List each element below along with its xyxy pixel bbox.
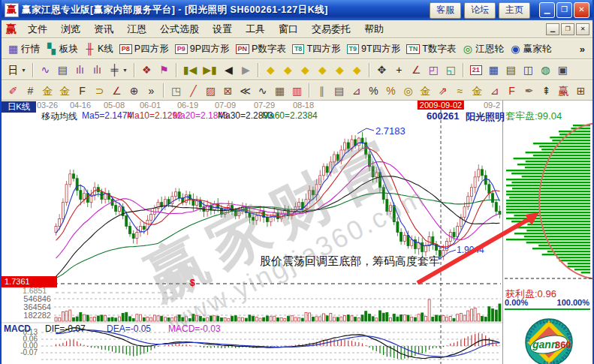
tool-more-tools[interactable]: » bbox=[143, 84, 160, 98]
tool-print[interactable]: ▣ bbox=[554, 63, 571, 77]
tool-winner-wheel[interactable]: ◉赢家轮 bbox=[507, 42, 555, 56]
child-minimize-button[interactable]: ▁ bbox=[546, 23, 559, 35]
first-page-icon: ▮◀ bbox=[183, 64, 197, 76]
title-bar[interactable]: 赢 赢家江恩专业版[赢家内部服务平台] - [阳光照明 SH600261-127… bbox=[2, 0, 592, 20]
titlebar-button-service[interactable]: 客服 bbox=[430, 2, 461, 19]
tool-candle-style[interactable]: ╪▼ bbox=[106, 63, 131, 77]
menu-item-news[interactable]: 资讯 bbox=[87, 21, 120, 38]
menu-item-gann[interactable]: 江恩 bbox=[120, 21, 153, 38]
tool-hatch[interactable]: ∥ bbox=[313, 84, 330, 98]
tool-p-square[interactable]: P8P四方形 bbox=[116, 42, 172, 56]
tool-expand-all[interactable]: ◆ bbox=[331, 63, 348, 77]
tool-compass[interactable]: ⊕ bbox=[125, 84, 143, 98]
tool-small-bars-3[interactable]: ılı bbox=[71, 63, 89, 77]
tool-flag[interactable]: ⚑ bbox=[155, 63, 173, 77]
tool-f-angle[interactable]: F bbox=[503, 84, 520, 98]
tool-t-number[interactable]: TNT数字表 bbox=[403, 42, 459, 56]
tool-calculator[interactable]: ▦ bbox=[485, 63, 502, 77]
tool-arrow-mark[interactable]: ⇗ bbox=[434, 84, 451, 98]
tool-f-fence[interactable]: F bbox=[74, 84, 91, 98]
tool-compress-h[interactable]: ◆ bbox=[314, 63, 331, 77]
close-button[interactable]: ✕ bbox=[574, 2, 589, 18]
tool-save[interactable]: ◫ bbox=[520, 63, 537, 77]
tool-t-square[interactable]: T8T四方形 bbox=[289, 42, 344, 56]
tool-grid-cross[interactable]: ⊠ bbox=[219, 84, 237, 98]
tool-pen-gold[interactable]: ✒ bbox=[520, 84, 538, 98]
tool-fence[interactable]: # bbox=[22, 84, 39, 98]
tool-zoom-right[interactable]: ◆ bbox=[279, 63, 297, 77]
tool-zoom-left[interactable]: ◆ bbox=[262, 63, 279, 77]
tool-gann-wheel[interactable]: ◎江恩轮 bbox=[459, 42, 507, 56]
tool-pct-line[interactable]: % bbox=[382, 84, 400, 98]
tool-prev-bar[interactable]: ◀ bbox=[220, 63, 237, 77]
child-restore-button[interactable]: ❐ bbox=[561, 23, 574, 35]
tool-gold-fence-2[interactable]: 金 bbox=[56, 84, 74, 98]
tool-wave-gold[interactable]: ≈ bbox=[451, 84, 469, 98]
minimize-button[interactable]: ▁ bbox=[539, 2, 555, 18]
tool-notebook[interactable]: ▤ bbox=[502, 63, 520, 77]
tool-expand-h[interactable]: ◆ bbox=[297, 63, 314, 77]
tool-p-number[interactable]: PNP数字表 bbox=[233, 42, 289, 56]
gold-fence-1-icon: 金 bbox=[42, 85, 53, 97]
tool-next-bar[interactable]: ▶ bbox=[237, 63, 255, 77]
tool-gold-line[interactable]: 金 bbox=[417, 84, 434, 98]
tool-calendar[interactable]: 21 bbox=[467, 65, 485, 76]
tool-export-chart[interactable]: ◍ bbox=[537, 63, 554, 77]
menu-item-help[interactable]: 帮助 bbox=[357, 21, 390, 38]
menu-item-formula-pick[interactable]: 公式选股 bbox=[153, 21, 206, 38]
tool-compress-all[interactable]: ◆ bbox=[348, 63, 366, 77]
tool-small-bars-9[interactable]: ılı bbox=[89, 63, 106, 77]
tool-crosshair[interactable]: + bbox=[390, 63, 408, 77]
tool-speed-resist[interactable]: ⇞ bbox=[538, 84, 555, 98]
menu-item-tools[interactable]: 工具 bbox=[239, 21, 272, 38]
tool-quotes[interactable]: ▦行情 bbox=[5, 42, 43, 56]
tool-gold-circle[interactable]: ◎ bbox=[400, 84, 417, 98]
tool-gold-fence-1[interactable]: 金 bbox=[39, 84, 56, 98]
menu-item-trade[interactable]: 交易委托 bbox=[305, 21, 357, 38]
gann-wheel-label: 江恩轮 bbox=[475, 43, 504, 56]
dollar-marker: $ bbox=[190, 278, 195, 288]
menu-item-file[interactable]: 文件 bbox=[21, 21, 54, 38]
tool-pattern[interactable]: ❖ bbox=[138, 63, 155, 77]
toolbar-more-chevron[interactable]: » bbox=[580, 44, 585, 55]
tool-first-page[interactable]: ▮◀ bbox=[180, 63, 200, 77]
tool-angle-line[interactable]: ∠ bbox=[408, 63, 425, 77]
tool-grid-box[interactable]: ▨ bbox=[202, 84, 219, 98]
tool-pct-angle[interactable]: ⊿ bbox=[348, 84, 365, 98]
tool-red-grid-1[interactable]: ▦ bbox=[271, 84, 288, 98]
date-tick: 07-09 bbox=[215, 101, 236, 110]
tool-gann-box-tool[interactable]: ◰ bbox=[425, 63, 442, 77]
tool-f10-info[interactable]: ▤ bbox=[54, 63, 71, 77]
child-close-button[interactable]: ✕ bbox=[576, 23, 589, 35]
tool-wave-tool[interactable]: ◱ bbox=[442, 63, 460, 77]
titlebar-button-home[interactable]: 主页 bbox=[499, 2, 530, 19]
menu-item-browse[interactable]: 浏览 bbox=[54, 21, 87, 38]
maximize-button[interactable]: ❐ bbox=[556, 2, 572, 18]
tool-t9-square[interactable]: T99T四方形 bbox=[344, 42, 404, 56]
tool-gold-coil[interactable]: ⊃ bbox=[91, 84, 108, 98]
tool-spray[interactable]: ✐ bbox=[5, 84, 22, 98]
tool-four-square[interactable]: ⊞ bbox=[572, 84, 589, 98]
tool-pan-hand[interactable]: ✥ bbox=[373, 63, 390, 77]
tool-kline[interactable]: ╫K线 bbox=[81, 42, 116, 56]
tool-speed-lines[interactable]: ≪ bbox=[237, 84, 254, 98]
tool-zigzag[interactable]: ∿ bbox=[254, 84, 271, 98]
tool-gold-bar[interactable]: 金 bbox=[469, 84, 486, 98]
tool-angle-ruler[interactable]: ∠ bbox=[108, 84, 125, 98]
tool-p9-square[interactable]: P99P四方形 bbox=[172, 42, 233, 56]
tool-period-day[interactable]: 日▼ bbox=[5, 63, 29, 77]
menu-item-settings[interactable]: 设置 bbox=[206, 21, 239, 38]
tool-gann-fan[interactable]: ╱ bbox=[185, 84, 202, 98]
tool-last-page[interactable]: ▶▮ bbox=[200, 63, 219, 77]
tri-angle-icon: ⊿ bbox=[489, 85, 500, 97]
tool-overlay[interactable]: ∿ bbox=[37, 63, 54, 77]
tool-tri-angle[interactable]: ⊿ bbox=[486, 84, 503, 98]
tool-sectors[interactable]: ▚板块 bbox=[43, 42, 81, 56]
titlebar-button-forum[interactable]: 论坛 bbox=[464, 2, 496, 19]
tool-bars-combo[interactable]: ▤ bbox=[330, 84, 348, 98]
tool-red-grid-2[interactable]: ▥ bbox=[288, 84, 306, 98]
tool-percent[interactable]: % bbox=[365, 84, 382, 98]
menu-item-window[interactable]: 窗口 bbox=[272, 21, 305, 38]
tool-frame-corner[interactable]: ◳ bbox=[167, 84, 185, 98]
tool-win-tool[interactable]: 赢 bbox=[555, 84, 572, 98]
